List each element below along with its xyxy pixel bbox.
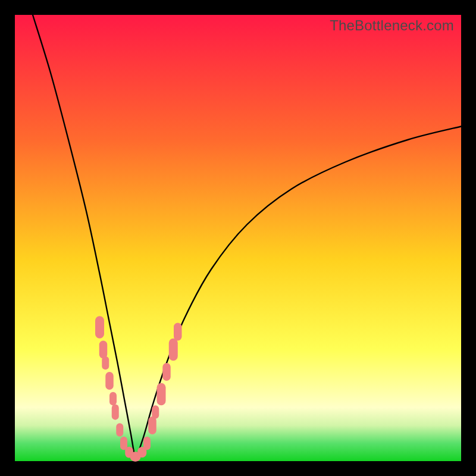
marker-point	[102, 356, 109, 370]
marker-point	[112, 404, 119, 419]
marker-point	[157, 383, 166, 406]
plot-area: TheBottleneck.com	[15, 15, 461, 461]
marker-point	[152, 405, 159, 419]
marker-group	[95, 316, 182, 462]
curve-left-branch	[33, 15, 136, 461]
curve-layer	[15, 15, 461, 461]
marker-point	[174, 323, 182, 341]
marker-point	[162, 363, 171, 381]
chart-frame: TheBottleneck.com	[0, 0, 476, 476]
marker-point	[105, 372, 114, 390]
watermark-text: TheBottleneck.com	[330, 17, 454, 34]
marker-point	[169, 339, 178, 361]
marker-point	[99, 341, 108, 359]
curve-right-branch	[136, 127, 462, 462]
marker-point	[95, 316, 104, 339]
marker-point	[148, 416, 156, 434]
marker-point	[116, 423, 123, 437]
marker-point	[109, 392, 117, 406]
marker-point	[143, 437, 151, 450]
